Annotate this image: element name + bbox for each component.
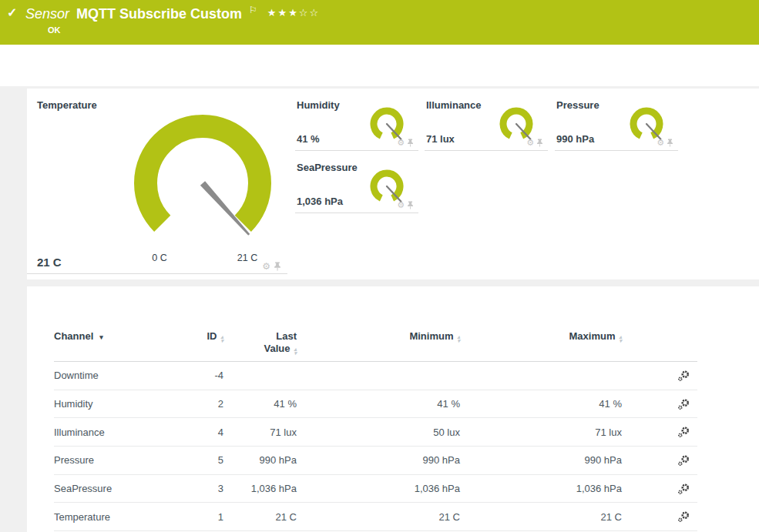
sensor-status-header: ✓ Sensor MQTT Subscribe Custom ⚐ ★★★☆☆ O… [0,0,759,45]
channel-maximum: 990 hPa [460,454,622,466]
channel-settings-gear-icon[interactable]: ⚙ [397,201,405,209]
channel-maximum: 41 % [460,398,622,410]
channel-settings-gears-icon[interactable] [677,370,690,382]
channel-minimum: 41 % [297,398,460,410]
pin-icon[interactable] [274,262,281,271]
content-area: Temperature 0 C 21 C 21 C ⚙ Hu [0,86,759,532]
gauge-title: Humidity [297,99,340,111]
gauge-title: Illuminance [426,99,482,111]
channel-settings-gears-icon[interactable] [677,426,690,438]
table-row: Pressure 5 990 hPa 990 hPa 990 hPa [54,447,697,475]
gauge-title: Temperature [37,99,97,111]
temperature-gauge [126,109,280,252]
sensor-title: MQTT Subscribe Custom [76,5,242,23]
channel-maximum: 71 lux [460,427,622,438]
channel-maximum: 1,036 hPa [460,483,622,494]
gauges-panel: Temperature 0 C 21 C 21 C ⚙ Hu [27,89,759,279]
gauge-title: SeaPressure [297,162,358,173]
channel-name: Humidity [54,398,177,410]
tab-bar: Overview Live Data 2 days 30 days 365 da… [0,45,759,86]
channel-minimum: 50 lux [297,427,460,438]
gauge-widget-seapressure[interactable]: SeaPressure 1,036 hPa ⚙ [295,162,418,213]
column-header-id[interactable]: ID▴▾ [177,330,223,343]
table-row: Illuminance 4 71 lux 50 lux 71 lux [54,418,697,447]
gauge-scale-min: 0 C [143,253,176,263]
channel-name: Downtime [54,370,177,381]
priority-stars[interactable]: ★★★☆☆ [267,7,320,18]
gauge-title: Pressure [556,99,599,111]
channel-settings-gears-icon[interactable] [677,483,690,495]
column-header-minimum[interactable]: Minimum▴▾ [297,330,460,343]
sort-icon: ▴▾ [619,336,622,343]
channel-name: Temperature [54,511,177,523]
pin-icon[interactable] [667,139,673,147]
column-header-channel[interactable]: Channel▾ [54,330,177,342]
channel-minimum: 990 hPa [297,454,460,466]
channel-name: Illuminance [54,427,177,438]
gauge-widget-pressure[interactable]: Pressure 990 hPa ⚙ [555,99,678,151]
table-row: Humidity 2 41 % 41 % 41 % [54,390,697,419]
channel-name: SeaPressure [54,483,177,494]
channel-table: Channel▾ ID▴▾ Last Value▴▾ Minimum▴▾ Max… [54,323,697,531]
column-header-last-value[interactable]: Last Value▴▾ [223,330,297,355]
channel-last-value: 1,036 hPa [223,483,297,494]
gauge-value: 41 % [297,133,320,145]
channel-id: -4 [177,370,223,381]
table-row: Downtime -4 [54,362,697,390]
channel-settings-gear-icon[interactable]: ⚙ [397,139,405,147]
channel-id: 2 [177,398,223,410]
table-row: Temperature 1 21 C 21 C 21 C [54,503,697,531]
channel-last-value: 990 hPa [223,454,297,466]
column-header-maximum[interactable]: Maximum▴▾ [460,330,622,343]
channel-name: Pressure [54,454,177,466]
status-check-icon: ✓ [7,5,17,20]
pin-icon[interactable] [407,139,414,147]
gauge-widget-temperature[interactable]: Temperature 0 C 21 C 21 C ⚙ [27,99,287,274]
channel-id: 5 [177,454,223,466]
gauge-value: 71 lux [426,133,455,145]
sensor-title-line: Sensor MQTT Subscribe Custom ⚐ ★★★☆☆ [25,5,320,23]
pin-icon[interactable] [536,139,543,147]
flag-icon[interactable]: ⚐ [249,5,257,15]
channel-last-value: 71 lux [223,427,297,438]
sensor-overview-page: ✓ Sensor MQTT Subscribe Custom ⚐ ★★★☆☆ O… [0,0,759,532]
channel-id: 1 [177,511,223,523]
channel-last-value: 41 % [223,398,297,410]
table-header-row: Channel▾ ID▴▾ Last Value▴▾ Minimum▴▾ Max… [54,323,697,362]
pin-icon[interactable] [407,201,414,209]
channel-settings-gears-icon[interactable] [677,398,690,410]
gauge-widget-humidity[interactable]: Humidity 41 % ⚙ [295,99,418,151]
object-kind-label: Sensor [25,5,69,23]
channel-settings-gear-icon[interactable]: ⚙ [657,139,664,147]
gauge-value: 1,036 hPa [297,196,343,207]
channel-last-value: 21 C [223,511,297,523]
channel-settings-gears-icon[interactable] [677,510,690,523]
channel-id: 3 [177,483,223,494]
sort-icon: ▴▾ [294,348,297,355]
table-row: SeaPressure 3 1,036 hPa 1,036 hPa 1,036 … [54,475,697,504]
gauge-value: 21 C [37,256,62,269]
gauge-widget-illuminance[interactable]: Illuminance 71 lux ⚙ [425,99,548,151]
channel-minimum: 21 C [297,511,460,523]
channel-minimum: 1,036 hPa [297,483,460,494]
status-badge: OK [48,25,61,35]
sort-active-icon: ▾ [99,333,103,341]
gauge-value: 990 hPa [556,133,594,145]
gauge-scale-max: 21 C [229,253,266,263]
channel-table-panel: Channel▾ ID▴▾ Last Value▴▾ Minimum▴▾ Max… [27,286,759,532]
channel-id: 4 [177,427,223,438]
channel-settings-gear-icon[interactable]: ⚙ [262,262,270,271]
channel-settings-gears-icon[interactable] [677,454,690,467]
channel-settings-gear-icon[interactable]: ⚙ [526,139,534,147]
channel-maximum: 21 C [460,511,622,523]
